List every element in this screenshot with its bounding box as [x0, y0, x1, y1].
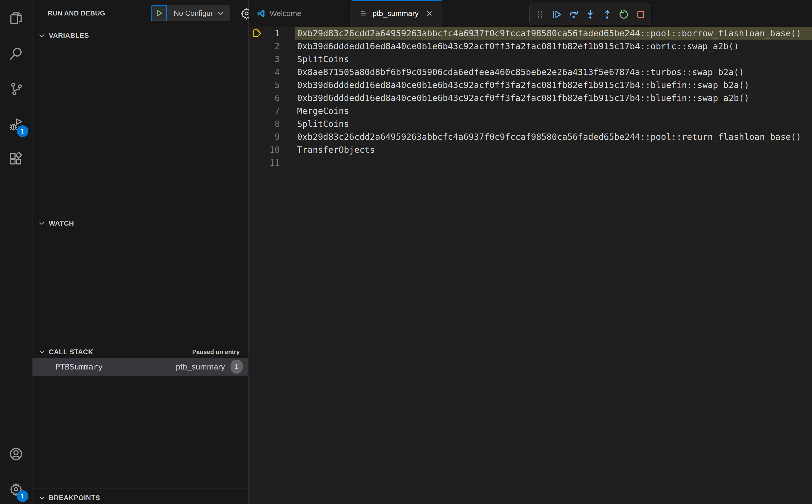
source-control-icon[interactable] [0, 74, 32, 104]
watch-section: WATCH [32, 214, 248, 343]
variables-section-label: VARIABLES [49, 32, 89, 40]
line-number: 1 [252, 28, 280, 38]
code-line[interactable]: 10 TransferObjects [249, 143, 812, 156]
account-icon[interactable] [0, 439, 32, 469]
chevron-down-icon [216, 9, 225, 17]
chevron-down-icon [38, 32, 46, 39]
start-debugging-button[interactable] [151, 5, 167, 21]
code-line[interactable]: 1 0xb29d83c26cdd2a64959263abbcfc4a6937f0… [249, 27, 812, 40]
step-into-button[interactable] [584, 8, 597, 21]
play-icon [154, 9, 163, 18]
frame-name: PTBSummary [55, 362, 103, 371]
continue-button[interactable] [550, 8, 564, 21]
run-and-debug-sidebar: RUN AND DEBUG No Configur VARIABLES WATC… [32, 0, 249, 504]
variables-section: VARIABLES [32, 27, 248, 214]
tab-close-button[interactable] [424, 8, 435, 19]
code-line[interactable]: 3 SplitCoins [249, 53, 812, 65]
breakpoints-section-label: BREAKPOINTS [49, 494, 100, 502]
line-text: 0xb29d83c26cdd2a64959263abbcfc4a6937f0c9… [295, 27, 812, 40]
code-line[interactable]: 9 0xb29d83c26cdd2a64959263abbcfc4a6937f0… [249, 130, 812, 143]
call-stack-status: Paused on entry [192, 348, 240, 356]
step-over-button[interactable] [567, 8, 580, 21]
line-number: 3 [252, 54, 280, 64]
step-out-button[interactable] [601, 8, 614, 21]
line-text: 0x8ae871505a80d8bf6bf9c05906cda6edfeea46… [295, 65, 812, 78]
line-text: MergeCoins [295, 104, 812, 117]
line-number: 5 [252, 80, 280, 90]
editor-group: Welcome ptb_summary 1 0xb29d83c26cdd2a64… [249, 0, 812, 504]
line-text: 0xb39d6dddedd16ed8a40ce0b1e6b43c92acf0ff… [295, 40, 812, 53]
vscode-logo-icon [256, 9, 265, 18]
code-line[interactable]: 8 SplitCoins [249, 117, 812, 130]
watch-section-header[interactable]: WATCH [32, 214, 248, 232]
code-line[interactable]: 7 MergeCoins [249, 104, 812, 117]
watch-section-label: WATCH [49, 220, 74, 227]
tab-ptb-summary[interactable]: ptb_summary [352, 0, 442, 27]
debug-badge: 1 [17, 125, 28, 137]
line-number: 2 [252, 41, 280, 51]
activity-bar: 1 1 [0, 0, 32, 504]
frame-line-badge: 1 [230, 360, 243, 374]
restart-button[interactable] [617, 8, 631, 21]
run-and-debug-icon[interactable]: 1 [0, 109, 32, 140]
debug-toolbar [530, 4, 651, 25]
sidebar-header: RUN AND DEBUG No Configur [32, 0, 248, 27]
tab-welcome[interactable]: Welcome [249, 0, 352, 27]
breakpoints-section-header[interactable]: BREAKPOINTS [32, 489, 248, 504]
line-text: 0xb39d6dddedd16ed8a40ce0b1e6b43c92acf0ff… [295, 78, 812, 91]
chevron-down-icon [38, 220, 46, 227]
tab-label: Welcome [270, 9, 301, 18]
launch-configuration-label: No Configur [174, 9, 213, 18]
line-number: 11 [252, 158, 280, 168]
tab-label: ptb_summary [372, 9, 419, 18]
stop-button[interactable] [634, 8, 647, 21]
line-number: 6 [252, 93, 280, 103]
code-line[interactable]: 2 0xb39d6dddedd16ed8a40ce0b1e6b43c92acf0… [249, 40, 812, 53]
settings-gear-icon[interactable]: 1 [0, 474, 32, 504]
line-text [295, 156, 812, 169]
toolbar-drag-grip[interactable] [534, 8, 547, 21]
call-stack-frame-row[interactable]: PTBSummary ptb_summary 1 [32, 358, 248, 376]
code-line[interactable]: 5 0xb39d6dddedd16ed8a40ce0b1e6b43c92acf0… [249, 78, 812, 91]
settings-badge: 1 [17, 490, 28, 502]
line-text: TransferObjects [295, 143, 812, 156]
launch-control: No Configur [151, 5, 230, 21]
call-stack-section: CALL STACK Paused on entry PTBSummary pt… [32, 343, 248, 489]
line-text: SplitCoins [295, 53, 812, 65]
variables-section-header[interactable]: VARIABLES [32, 27, 248, 44]
line-number: 8 [252, 119, 280, 129]
extensions-icon[interactable] [0, 144, 32, 174]
list-file-icon [359, 9, 368, 18]
code-line[interactable]: 4 0x8ae871505a80d8bf6bf9c05906cda6edfeea… [249, 65, 812, 78]
line-number: 4 [252, 67, 280, 77]
sidebar-title: RUN AND DEBUG [48, 9, 105, 17]
launch-configuration-dropdown[interactable]: No Configur [167, 5, 230, 21]
code-line[interactable]: 6 0xb39d6dddedd16ed8a40ce0b1e6b43c92acf0… [249, 91, 812, 104]
chevron-down-icon [38, 348, 46, 356]
close-icon [426, 10, 433, 17]
line-number: 9 [252, 132, 280, 142]
explorer-icon[interactable] [0, 3, 32, 33]
line-text: SplitCoins [295, 117, 812, 130]
code-area[interactable]: 1 0xb29d83c26cdd2a64959263abbcfc4a6937f0… [249, 27, 812, 504]
frame-file: ptb_summary [176, 362, 225, 372]
search-icon[interactable] [0, 39, 32, 69]
breakpoints-section: BREAKPOINTS [32, 489, 248, 504]
frame-meta: ptb_summary 1 [176, 360, 243, 374]
chevron-down-icon [38, 494, 46, 502]
line-text: 0xb29d83c26cdd2a64959263abbcfc4a6937f0c9… [295, 130, 812, 143]
call-stack-section-label: CALL STACK [49, 348, 93, 356]
line-number: 10 [252, 145, 280, 155]
line-text: 0xb39d6dddedd16ed8a40ce0b1e6b43c92acf0ff… [295, 91, 812, 104]
code-line[interactable]: 11 [249, 156, 812, 169]
line-number: 7 [252, 106, 280, 116]
